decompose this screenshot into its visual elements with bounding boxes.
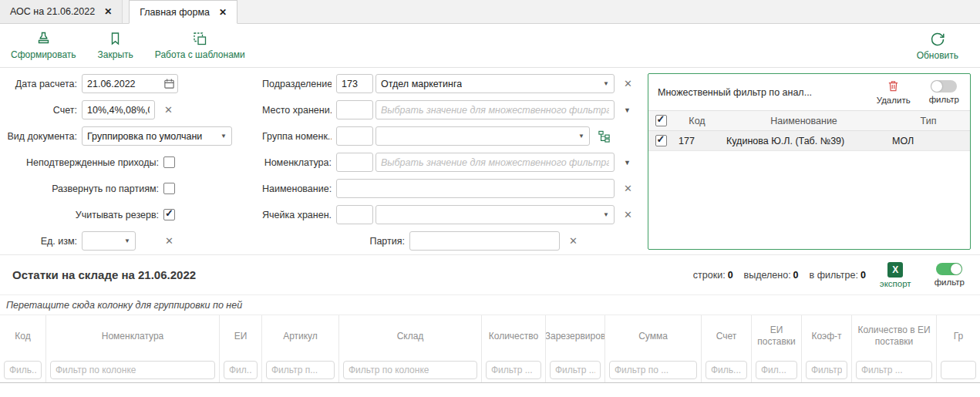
clear-icon[interactable]: ✕ (624, 78, 632, 89)
column-header[interactable]: ЕИ (220, 315, 261, 357)
grid-column-group: Гр (937, 315, 980, 382)
selected-stat: выделено:0 (744, 270, 799, 281)
templates-label: Работа с шаблонами (155, 49, 245, 60)
nomenclature-multi-input[interactable] (375, 153, 615, 172)
department-select[interactable]: Отдел маркетинга ▼ (375, 74, 615, 93)
nomenclature-label: Номенклатура: (262, 157, 332, 168)
clear-icon[interactable]: ✕ (164, 104, 173, 116)
reserve-checkbox[interactable] (163, 209, 175, 220)
select-all-checkbox[interactable] (655, 115, 667, 126)
column-header[interactable]: Зарезервиров (546, 315, 605, 357)
excel-icon: X (887, 262, 903, 278)
storage-cell-select[interactable]: ▼ (375, 205, 615, 224)
column-header[interactable]: Артикул (262, 315, 338, 357)
column-filter-input[interactable] (550, 361, 601, 379)
column-header[interactable]: Номенклатура (46, 315, 219, 357)
export-label: экспорт (880, 279, 911, 288)
filter-form: Дата расчета: Счет: ✕ Вид докуме (0, 68, 980, 254)
refresh-button[interactable]: Обновить (917, 31, 958, 61)
clear-icon[interactable]: ✕ (165, 235, 173, 247)
tab-aoc[interactable]: АОС на 21.06.2022 ✕ (0, 0, 123, 23)
column-header[interactable]: ЕИ поставки (752, 315, 801, 357)
item-group-select[interactable]: ▼ (375, 126, 590, 146)
export-button[interactable]: X экспорт (880, 262, 911, 288)
panel-row-type: МОЛ (887, 131, 970, 150)
unit-select[interactable]: ▼ (82, 231, 136, 251)
tab-main-form[interactable]: Главная форма ✕ (129, 0, 237, 24)
toggle-switch[interactable] (931, 80, 957, 93)
group-by-hint[interactable]: Перетащите сюда колонку для группировки … (0, 295, 980, 315)
grid-column-account: Счет (702, 315, 752, 382)
generate-button[interactable]: Сформировать (11, 31, 76, 60)
column-header[interactable]: Количество (482, 315, 545, 357)
close-icon[interactable]: ✕ (104, 6, 112, 17)
column-filter-input[interactable] (486, 361, 541, 379)
dropdown-icon[interactable]: ▼ (624, 106, 631, 114)
column-filter-input[interactable] (806, 361, 847, 379)
close-icon[interactable]: ✕ (219, 7, 227, 18)
panel-table: Код Наименование Тип 177 Кудинова Ю.Л. (… (648, 110, 970, 151)
chevron-down-icon: ▼ (603, 80, 609, 87)
grid-column-unit: ЕИ (220, 315, 262, 382)
nomenclature-code-input[interactable] (336, 153, 373, 172)
clear-icon[interactable]: ✕ (624, 183, 632, 194)
column-header[interactable]: Склад (339, 315, 481, 357)
delete-button[interactable]: Удалить (877, 79, 911, 105)
tab-label: АОС на 21.06.2022 (10, 6, 95, 17)
grid-filter-toggle[interactable]: фильтр (935, 263, 965, 287)
expand-batches-label: Развернуть по партиям: (0, 183, 159, 194)
app-window: АОС на 21.06.2022 ✕ Главная форма ✕ Сфор… (0, 0, 980, 383)
templates-button[interactable]: Работа с шаблонами (155, 31, 245, 60)
expand-batches-checkbox[interactable] (163, 183, 175, 194)
panel-col-name[interactable]: Наименование (721, 111, 887, 130)
panel-filter-toggle[interactable]: фильтр (929, 80, 959, 104)
storage-place-code-input[interactable] (336, 100, 373, 119)
column-filter-input[interactable] (224, 361, 258, 379)
hierarchy-icon[interactable] (598, 130, 611, 143)
item-group-code-input[interactable] (336, 126, 373, 146)
storage-place-multi-input[interactable] (375, 100, 615, 119)
column-filter-input[interactable] (50, 361, 215, 379)
column-filter-input[interactable] (856, 361, 932, 379)
calendar-icon[interactable] (163, 78, 175, 89)
close-form-button[interactable]: Закрыть (98, 31, 133, 60)
column-header[interactable]: Код (0, 315, 45, 357)
column-header[interactable]: Сумма (605, 315, 701, 357)
department-value: Отдел маркетинга (381, 79, 462, 89)
storage-cell-code-input[interactable] (336, 205, 373, 224)
panel-col-type[interactable]: Тип (887, 111, 970, 130)
department-code-input[interactable] (336, 74, 373, 93)
column-filter-input[interactable] (706, 361, 747, 379)
row-checkbox[interactable] (655, 135, 667, 146)
panel-col-code[interactable]: Код (673, 111, 721, 130)
column-filter-input[interactable] (609, 361, 697, 379)
column-header[interactable]: Количество в ЕИ поставки (852, 315, 936, 357)
column-filter-input[interactable] (266, 361, 335, 379)
column-filter-input[interactable] (756, 361, 797, 379)
column-filter-input[interactable] (941, 361, 976, 379)
column-filter-input[interactable] (4, 361, 42, 379)
unconfirmed-label: Неподтвержденные приходы: (0, 157, 159, 168)
column-filter-input[interactable] (343, 361, 477, 379)
toggle-switch[interactable] (936, 263, 962, 275)
panel-table-header: Код Наименование Тип (648, 111, 970, 131)
unconfirmed-checkbox[interactable] (163, 156, 175, 168)
name-input[interactable] (336, 179, 615, 198)
account-input[interactable] (82, 100, 155, 119)
results-stats: строки:0 выделено:0 в фильтре:0 (693, 270, 866, 281)
doc-type-select[interactable]: Группировка по умолчани ▼ (82, 126, 232, 146)
column-header[interactable]: Гр (937, 315, 980, 357)
delete-label: Удалить (877, 96, 911, 105)
column-header[interactable]: Счет (702, 315, 751, 357)
account-label: Счет: (0, 105, 77, 116)
batch-label: Партия: (335, 236, 405, 247)
clear-icon[interactable]: ✕ (569, 235, 578, 247)
clear-icon[interactable]: ✕ (624, 209, 632, 220)
panel-header: Множественный фильтр по анал... Удалить (648, 74, 970, 110)
grid-column-quantity: Количество (482, 315, 546, 382)
panel-row[interactable]: 177 Кудинова Ю.Л. (Таб. №39) МОЛ (648, 131, 970, 151)
column-header[interactable]: Коэф-т (802, 315, 851, 357)
department-label: Подразделение: (262, 79, 332, 89)
batch-input[interactable] (409, 231, 560, 251)
dropdown-icon[interactable]: ▼ (624, 159, 631, 167)
